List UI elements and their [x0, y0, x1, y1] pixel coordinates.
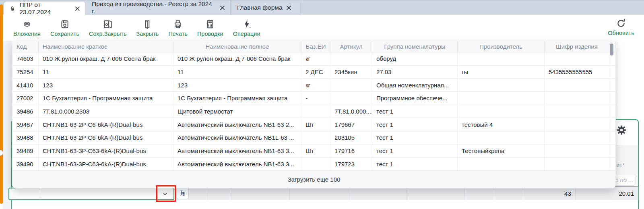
- editing-row-cell[interactable]: 43: [523, 187, 576, 200]
- load-more-button[interactable]: Загрузить еще 100: [12, 171, 615, 188]
- attachments-button[interactable]: Вложения: [13, 19, 41, 37]
- hierarchy-select-button[interactable]: [177, 187, 189, 199]
- table-cell: Тестовыйкрепа: [458, 145, 545, 157]
- table-cell: [545, 158, 609, 171]
- refresh-icon: [616, 18, 626, 29]
- column-header[interactable]: Шифр изделия: [545, 41, 609, 52]
- table-cell: 5435555555555: [545, 66, 609, 79]
- editing-row-cell[interactable]: [231, 187, 290, 200]
- tab-ppr-document[interactable]: ППР от 23.07.2024: [4, 2, 85, 15]
- table-cell: оборуд: [372, 52, 458, 65]
- table-cell: 27002: [12, 92, 39, 105]
- table-cell: [458, 52, 545, 65]
- table-row[interactable]: 270021С Бухгалтерия - Программная защита…: [12, 92, 615, 105]
- table-cell: [458, 105, 545, 118]
- door-icon: [142, 19, 153, 29]
- column-header[interactable]: Наименование полное: [173, 41, 301, 52]
- table-row[interactable]: 39490CHT.NB1-63-3P-C63-6kA-(R)Dual-busАв…: [12, 158, 615, 171]
- table-row[interactable]: 39487CHT.NB1-63-2P-C6-6kA-(R)Dual-busАвт…: [12, 118, 615, 131]
- table-cell: [545, 145, 609, 157]
- code-segment[interactable]: [9, 188, 40, 199]
- table-cell: [330, 92, 372, 105]
- print-button[interactable]: Печать: [168, 19, 188, 37]
- column-header[interactable]: Группа номенклатуры: [372, 41, 458, 52]
- tab-label: Главная форма: [237, 4, 283, 11]
- table-cell: CHT.NB1-63-3P-C63-6kA-(R)Dual-bus: [39, 145, 173, 157]
- editing-row-cell[interactable]: [407, 187, 465, 200]
- table-cell: [330, 79, 372, 91]
- gear-icon[interactable]: [616, 125, 627, 135]
- table-cell: [330, 52, 372, 65]
- table-cell: 179723: [330, 158, 372, 171]
- nomenclature-input[interactable]: [8, 188, 174, 200]
- table-body: 74603010 Ж рулон окраш. Д 7-006 Сосна бр…: [12, 52, 615, 171]
- table-cell: Автоматический выключатель NB1-63 3...: [173, 158, 301, 171]
- column-header[interactable]: Наименование краткое: [39, 41, 173, 52]
- table-cell: CHT.NB1-63-2P-C6-6kA-(R)Dual-bus: [39, 131, 173, 144]
- side-panel-strip[interactable]: [0, 4, 3, 204]
- editing-row-cell[interactable]: [494, 187, 523, 200]
- save-close-button[interactable]: Сохр.Закрыть: [89, 19, 127, 37]
- refresh-button[interactable]: Обновить: [608, 18, 634, 36]
- table-cell: Шт: [301, 118, 330, 131]
- column-header[interactable]: Артикул: [330, 41, 372, 52]
- application-window: ППР от 23.07.2024 Приход из производства…: [0, 0, 644, 209]
- table-header: КодНаименование краткоеНаименование полн…: [12, 41, 615, 52]
- table-cell: [458, 92, 545, 105]
- table-row[interactable]: 39489CHT.NB1-63-3P-C63-6kA-(R)Dual-busАв…: [12, 145, 615, 158]
- table-cell: Программное обеспече...: [372, 92, 458, 105]
- table-cell: 7Т.81.0.000.2303: [39, 105, 173, 118]
- table-row[interactable]: 39488CHT.NB1-63-2P-C6-6kA-(R)Dual-busАвт…: [12, 131, 615, 145]
- table-cell: тест 1: [372, 145, 458, 157]
- table-cell: [545, 118, 609, 131]
- table-cell: [458, 79, 545, 91]
- table-cell: [458, 158, 545, 171]
- table-cell: 27.03: [372, 66, 458, 79]
- close-button[interactable]: Закрыть: [136, 19, 159, 37]
- dropdown-button[interactable]: [156, 188, 173, 199]
- button-label: Сохранить: [50, 31, 79, 37]
- table-row[interactable]: 394867Т.81.0.000.2303Щитовой термостат7Т…: [12, 105, 615, 118]
- editing-row-cell[interactable]: [465, 187, 494, 200]
- table-cell: 010 Ж рулон окраш. Д 7-006 Сосна брак: [39, 52, 173, 65]
- editing-row-cell[interactable]: [290, 187, 348, 200]
- table-cell: тестовый 4: [458, 118, 545, 131]
- column-header[interactable]: Баз.ЕИ: [301, 41, 330, 52]
- toolbar: Вложения Сохранить Сохр.Закрыть Закрыт: [3, 15, 644, 41]
- paperclip-icon: [22, 19, 32, 29]
- scrollbar-thumb[interactable]: [610, 43, 613, 56]
- table-cell: [301, 105, 330, 118]
- table-cell: 39490: [12, 158, 39, 171]
- close-icon[interactable]: [287, 6, 291, 10]
- table-cell: [301, 131, 330, 144]
- table-cell: [545, 131, 609, 144]
- name-segment[interactable]: [40, 188, 156, 199]
- close-icon[interactable]: [220, 6, 225, 10]
- table-row[interactable]: 41410123123кгОбщая номенклатурная...: [12, 79, 615, 92]
- table-cell: 74603: [12, 52, 39, 65]
- table-cell: 179716: [330, 145, 372, 157]
- table-row[interactable]: 7525411112 ДЕС2345кен27.03гы543555555555…: [12, 66, 615, 79]
- editing-row-cell[interactable]: [189, 187, 209, 200]
- button-label: Сохр.Закрыть: [89, 31, 127, 37]
- close-icon[interactable]: [75, 6, 80, 11]
- tab-bar: ППР от 23.07.2024 Приход из производства…: [0, 0, 644, 14]
- column-header[interactable]: Код: [12, 41, 39, 52]
- editing-row-cell[interactable]: 20.01: [576, 187, 638, 200]
- editing-row-cell[interactable]: [348, 187, 407, 200]
- tab-main-form[interactable]: Главная форма: [231, 0, 300, 15]
- editing-row-cell[interactable]: [209, 187, 231, 200]
- padlock-icon: [10, 6, 15, 12]
- table-cell: Автоматический выключатель NB1-63 2...: [173, 118, 301, 131]
- save-button[interactable]: Сохранить: [50, 19, 79, 37]
- postings-button[interactable]: Проводки: [197, 19, 223, 37]
- tab-prihod-registry[interactable]: Приход из производства - Реестр за 2024 …: [86, 0, 231, 15]
- operations-button[interactable]: Операции: [233, 19, 260, 37]
- tab-label: Приход из производства - Реестр за 2024 …: [92, 0, 216, 15]
- column-header[interactable]: Производитель: [458, 41, 545, 52]
- table-row[interactable]: 74603010 Ж рулон окраш. Д 7-006 Сосна бр…: [12, 52, 615, 66]
- table-cell: тест 1: [372, 131, 458, 144]
- table-cell: [545, 79, 609, 91]
- button-label: Операции: [233, 31, 260, 37]
- table-cell: тест 1: [372, 118, 458, 131]
